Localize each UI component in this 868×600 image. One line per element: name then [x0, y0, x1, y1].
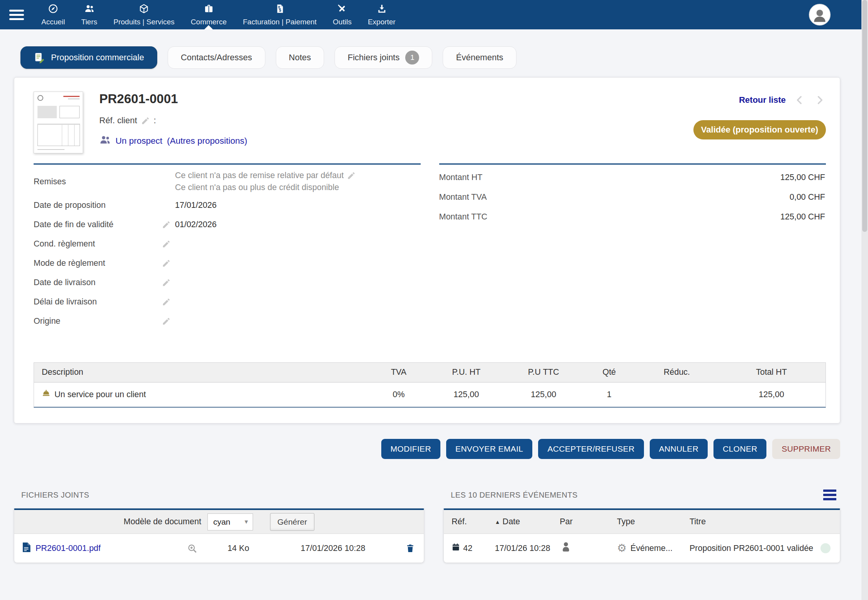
nav-label: Exporter [368, 18, 396, 26]
generate-button[interactable]: Générer [270, 513, 314, 531]
accept-refuse-button[interactable]: ACCEPTER/REFUSER [538, 439, 644, 459]
amount-value: 125,00 CHF [780, 212, 825, 222]
col-qte: Qté [582, 363, 636, 382]
caret-down-icon: ▾ [245, 518, 248, 526]
event-type: Événeme... [630, 544, 673, 553]
other-proposals-link[interactable]: (Autres propositions) [167, 136, 247, 146]
line-description: Un service pour un client [54, 390, 146, 399]
tab-fichiers-joints[interactable]: Fichiers joints 1 [335, 46, 432, 69]
ref-client-label: Réf. client [99, 116, 137, 126]
event-status-dot[interactable] [820, 543, 831, 553]
events-col-par: Par [560, 517, 617, 527]
col-pu-ht: P.U. HT [428, 363, 505, 382]
page: Accueil Tiers Produits | Services Commer… [0, 0, 861, 600]
line-reduc [636, 382, 717, 407]
gear-icon: ⚙ [617, 543, 627, 554]
download-icon [377, 3, 387, 16]
event-row[interactable]: 42 17/01/26 10:28 ⚙ Événeme... Propositi… [444, 534, 840, 563]
delete-file-trash-icon[interactable] [405, 543, 415, 554]
tab-contacts-adresses[interactable]: Contacts/Adresses [168, 46, 265, 69]
edit-field-pencil-icon[interactable] [162, 278, 171, 287]
tab-notes[interactable]: Notes [276, 46, 324, 69]
customer-link[interactable]: Un prospect [116, 136, 162, 146]
field-row-cond-reglement: Cond. règlement [34, 234, 421, 253]
hamburger-menu-icon[interactable] [0, 0, 33, 29]
proposal-fields: Remises Ce client n'a pas de remise rela… [34, 163, 421, 331]
ref-client-colon: : [154, 116, 156, 126]
events-col-type: Type [617, 517, 690, 527]
nav-label: Produits | Services [114, 18, 175, 26]
proposal-header: PR2601-0001 Réf. client : Un prospect (A… [34, 89, 826, 153]
col-reduc: Réduc. [636, 363, 717, 382]
delete-button[interactable]: SUPPRIMER [772, 439, 840, 459]
attachment-file-date: 17/01/2026 10:28 [269, 544, 397, 553]
tab-evenements[interactable]: Événements [443, 46, 516, 69]
nav-item-commerce[interactable]: Commerce [183, 0, 235, 29]
field-row-date-fin-validite: Date de fin de validité 01/02/2026 [34, 215, 421, 234]
send-email-button[interactable]: ENVOYER EMAIL [446, 439, 532, 459]
prev-record-chevron-icon[interactable] [793, 94, 806, 106]
back-to-list-link[interactable]: Retour liste [739, 95, 786, 105]
attachments-count-badge: 1 [405, 51, 419, 65]
events-col-date: Date [503, 517, 520, 527]
proposal-lines-table: Description TVA P.U. HT P.U TTC Qté Rédu… [34, 362, 826, 408]
field-value: 17/01/2026 [175, 201, 421, 210]
calendar-icon [452, 542, 460, 554]
modify-button[interactable]: MODIFIER [381, 439, 440, 459]
line-pu-ht: 125,00 [428, 382, 505, 407]
field-label: Cond. règlement [34, 239, 162, 249]
nav-item-outils[interactable]: Outils [325, 0, 360, 29]
events-col-titre: Titre [690, 517, 840, 527]
nav-label: Facturation | Paiement [243, 18, 317, 26]
amount-row-tva: Montant TVA 0,00 CHF [439, 187, 826, 207]
top-menu-bar: Accueil Tiers Produits | Services Commer… [0, 0, 861, 29]
edit-field-pencil-icon[interactable] [162, 220, 171, 229]
tab-proposition-commerciale[interactable]: Proposition commerciale [20, 46, 157, 69]
user-avatar[interactable] [809, 4, 831, 25]
edit-field-pencil-icon[interactable] [162, 240, 171, 248]
vertical-scrollbar[interactable] [861, 0, 868, 600]
invoice-icon: $ [275, 3, 285, 16]
line-row[interactable]: Un service pour un client 0% 125,00 125,… [34, 382, 826, 407]
nav-item-produits-services[interactable]: Produits | Services [105, 0, 183, 29]
attachment-file-size: 14 Ko [207, 544, 269, 553]
sort-asc-icon[interactable]: ▲ [495, 519, 500, 525]
nav-label: Tiers [81, 18, 97, 26]
scrollbar-thumb[interactable] [862, 0, 867, 232]
nav-item-accueil[interactable]: Accueil [33, 0, 73, 29]
amounts-panel: Montant HT 125,00 CHF Montant TVA 0,00 C… [439, 163, 826, 331]
tab-label: Notes [289, 53, 311, 63]
nav-item-facturation-paiement[interactable]: $ Facturation | Paiement [235, 0, 325, 29]
attachment-file-row: PR2601-0001.pdf 14 Ko 17/01/2026 10:28 [14, 534, 424, 563]
events-col-ref: Réf. [452, 517, 495, 527]
edit-field-pencil-icon[interactable] [162, 317, 171, 326]
edit-field-pencil-icon[interactable] [162, 297, 171, 306]
col-total-ht: Total HT [717, 363, 826, 382]
attachment-file-link[interactable]: PR2601-0001.pdf [36, 544, 101, 553]
preview-zoom-icon[interactable] [187, 543, 197, 554]
events-menu-icon[interactable] [822, 488, 838, 502]
field-label: Date de livraison [34, 278, 162, 287]
amount-row-ht: Montant HT 125,00 CHF [439, 168, 826, 187]
top-nav: Accueil Tiers Produits | Services Commer… [33, 0, 404, 29]
col-description: Description [34, 363, 370, 382]
events-section-title: LES 10 DERNIERS ÉVÉNEMENTS [451, 491, 578, 500]
edit-remise-pencil-icon[interactable] [347, 171, 356, 180]
document-thumbnail[interactable] [34, 92, 83, 153]
document-model-select[interactable]: cyan ▾ [207, 513, 253, 530]
edit-field-pencil-icon[interactable] [162, 259, 171, 268]
nav-item-tiers[interactable]: Tiers [73, 0, 105, 29]
attachments-section: FICHIERS JOINTS Modèle de document cyan … [14, 487, 424, 563]
tab-label: Événements [456, 53, 503, 63]
proposal-doc-icon [34, 52, 45, 63]
edit-ref-client-pencil-icon[interactable] [141, 116, 150, 125]
users-icon [84, 3, 95, 16]
document-model-value: cyan [213, 517, 230, 527]
nav-item-exporter[interactable]: Exporter [360, 0, 404, 29]
clone-button[interactable]: CLONER [713, 439, 766, 459]
next-record-chevron-icon[interactable] [814, 94, 826, 106]
cancel-button[interactable]: ANNULER [650, 439, 708, 459]
line-total-ht: 125,00 [717, 382, 826, 407]
field-label: Date de proposition [34, 201, 162, 210]
thirdparty-icon [99, 134, 111, 148]
